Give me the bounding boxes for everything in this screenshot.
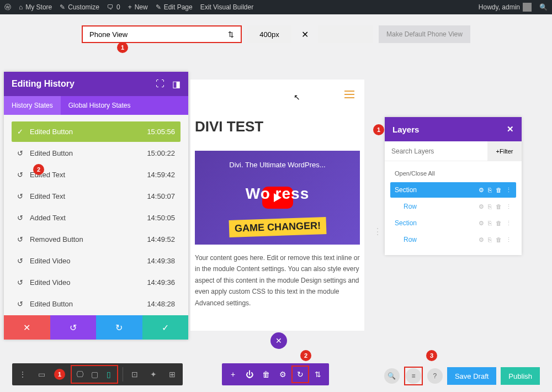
history-item[interactable]: ↺Edited Video14:49:36 [12, 272, 181, 293]
wp-customize[interactable]: ✎ Customize [60, 3, 99, 11]
layers-filter-button[interactable]: + Filter [487, 141, 522, 161]
video-text: Wo ress [246, 185, 309, 203]
tab-history-states[interactable]: History States [4, 96, 61, 115]
history-item[interactable]: ↺Edited Button14:48:28 [12, 294, 181, 314]
view-toolbar: Phone View⇅ 400px ✕ Make Default Phone V… [0, 14, 552, 51]
builder-toolbar: + ⏻ 🗑 ⚙ ↻ ⇅ [222, 363, 329, 385]
expand-icon[interactable]: ⛶ [156, 79, 164, 89]
view-select[interactable]: Phone View⇅ [82, 25, 242, 43]
wp-edit-page[interactable]: ✎ Edit Page [156, 3, 193, 11]
layers-panel: Layers ✕ + Filter Open/Close All Section… [385, 117, 522, 255]
history-discard[interactable]: ✕ [4, 315, 50, 340]
badge-2: 2 [33, 164, 44, 175]
badge-layers-1: 1 [373, 124, 384, 135]
view-close[interactable]: ✕ [297, 25, 312, 43]
wp-logo-icon[interactable]: ⓦ [4, 3, 11, 12]
history-panel: Editing History ⛶ ◨ History States Globa… [4, 72, 188, 340]
badge-bottom-1: 1 [54, 369, 65, 380]
desktop-icon[interactable]: 🖵 [73, 367, 87, 382]
dock-icon[interactable]: ◨ [172, 79, 181, 89]
wp-exit-builder[interactable]: Exit Visual Builder [200, 3, 254, 11]
search-circle-icon[interactable]: 🔍 [384, 368, 400, 384]
hamburger-icon[interactable] [344, 91, 354, 98]
tablet-icon[interactable]: ▢ [87, 367, 102, 382]
badge-builder-2: 2 [300, 350, 311, 361]
history-item[interactable]: ↺Edited Video14:49:38 [12, 251, 181, 271]
history-redo[interactable]: ↻ [96, 315, 142, 340]
history-item[interactable]: ✓Edited Button15:05:56 [12, 121, 181, 142]
zoom-icon[interactable]: ⊡ [128, 367, 142, 382]
wireframe-icon[interactable]: ▭ [34, 367, 49, 382]
page-canvas: DIVI TEST Divi. The Ultimate WordPres...… [190, 80, 364, 331]
badge-1: 1 [117, 42, 128, 53]
history-undo[interactable]: ↺ [50, 315, 97, 340]
publish-button[interactable]: Publish [501, 367, 540, 385]
hover-icon[interactable]: ✦ [146, 367, 161, 382]
phone-icon[interactable]: ▯ [102, 367, 116, 382]
view-width[interactable]: 400px [247, 25, 291, 43]
video-banner: GAME CHANGER! [229, 217, 326, 237]
history-item[interactable]: ↺Removed Button14:49:52 [12, 229, 181, 250]
history-item[interactable]: ↺Added Text14:50:05 [12, 208, 181, 228]
layers-close-icon[interactable]: ✕ [507, 124, 514, 134]
menu-icon[interactable]: ⋮ [15, 367, 30, 382]
layers-search-input[interactable] [385, 141, 487, 161]
cursor-icon: ↖ [294, 93, 300, 102]
add-icon[interactable]: + [225, 367, 241, 382]
video-module[interactable]: Divi. The Ultimate WordPres... Wo ress G… [195, 151, 360, 245]
wp-new[interactable]: + New [128, 3, 148, 11]
text-module[interactable]: Your content goes here. Edit or remove t… [190, 245, 364, 309]
history-apply[interactable]: ✓ [142, 315, 189, 340]
history-title: Editing History [12, 79, 75, 89]
close-fab[interactable]: ✕ [270, 332, 287, 349]
layers-title: Layers [392, 125, 419, 134]
video-title: Divi. The Ultimate WordPres... [195, 161, 360, 169]
layer-row[interactable]: Row⚙⎘🗑⋮ [390, 199, 516, 214]
view-height[interactable] [318, 25, 373, 43]
open-close-all[interactable]: Open/Close All [390, 168, 516, 182]
wp-comments[interactable]: 🗨 0 [107, 3, 120, 11]
history-item[interactable]: ↺Edited Button15:00:22 [12, 143, 181, 163]
page-title: DIVI TEST [190, 109, 364, 151]
layer-row[interactable]: Row⚙⎘🗑⋮ [390, 232, 516, 247]
power-icon[interactable]: ⏻ [242, 367, 257, 382]
wp-admin-bar: ⓦ ⌂ My Store ✎ Customize 🗨 0 + New ✎ Edi… [0, 0, 552, 14]
layers-circle-icon[interactable]: ≡ [406, 368, 421, 384]
sliders-icon[interactable]: ⇅ [310, 367, 326, 382]
save-draft-button[interactable]: Save Draft [447, 367, 496, 385]
make-default-button[interactable]: Make Default Phone View [379, 25, 470, 43]
select-arrows-icon: ⇅ [228, 30, 234, 39]
help-icon[interactable]: ? [427, 368, 443, 384]
history-item[interactable]: ↺Edited Text14:50:07 [12, 186, 181, 206]
wp-howdy[interactable]: Howdy, admin [479, 3, 532, 12]
tab-global-history[interactable]: Global History States [61, 96, 139, 115]
layer-secplain[interactable]: Section⚙⎘🗑⋮ [390, 215, 516, 231]
trash-icon[interactable]: 🗑 [258, 367, 274, 382]
badge-layers-3: 3 [426, 350, 437, 361]
grid-icon[interactable]: ⊞ [165, 367, 179, 382]
gear-icon[interactable]: ⚙ [275, 367, 290, 382]
history-icon[interactable]: ↻ [293, 367, 308, 382]
bottom-right-actions: 🔍 ≡ ? Save Draft Publish [384, 367, 540, 385]
wp-site[interactable]: ⌂ My Store [19, 3, 52, 11]
search-icon[interactable]: 🔍 [539, 3, 548, 11]
layer-sec[interactable]: Section⚙⎘🗑⋮ [390, 182, 516, 198]
bottom-toolbar: ⋮ ▭ 1 🖵 ▢ ▯ ⊡ ✦ ⊞ [12, 363, 183, 385]
